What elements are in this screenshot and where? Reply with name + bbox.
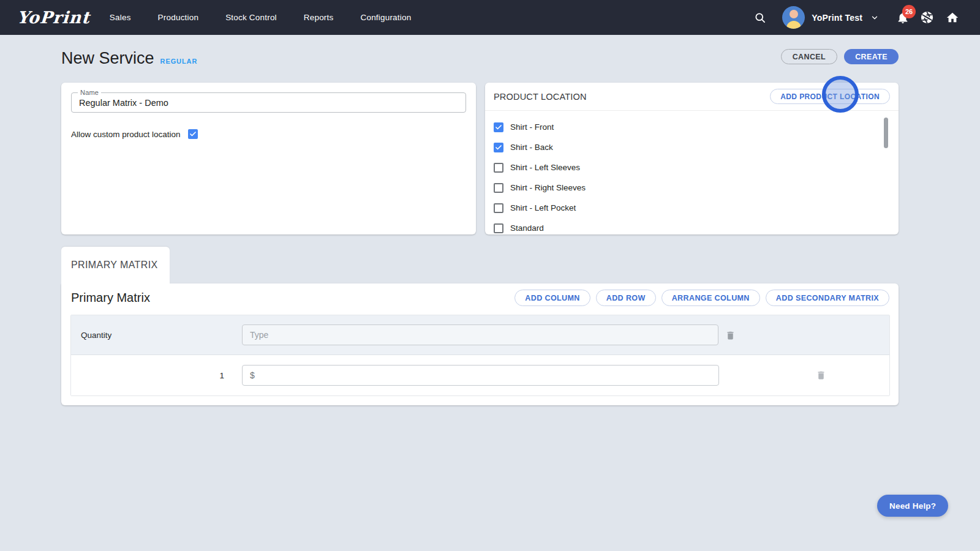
product-location-list: Shirt - FrontShirt - BackShirt - Left Sl… — [485, 111, 899, 234]
check-icon — [495, 124, 502, 131]
nav-item-configuration[interactable]: Configuration — [360, 13, 411, 22]
product-location-item[interactable]: Shirt - Right Sleeves — [494, 178, 899, 198]
matrix-table-row: 1 — [71, 355, 889, 395]
quantity-column-label: Quantity — [81, 315, 111, 355]
create-button[interactable]: CREATE — [844, 49, 899, 64]
product-location-label: Shirt - Front — [510, 122, 554, 132]
delete-column-button[interactable] — [725, 330, 736, 343]
product-location-item[interactable]: Shirt - Back — [494, 137, 899, 157]
add-product-location-button[interactable]: ADD PRODUCT LOCATION — [770, 89, 890, 104]
product-location-item[interactable]: Standard — [494, 218, 899, 234]
notifications-button[interactable]: 26 — [896, 11, 910, 24]
product-location-item[interactable]: Shirt - Left Sleeves — [494, 157, 899, 178]
checkbox-unchecked[interactable] — [494, 223, 503, 233]
name-field-wrapper: Name — [71, 92, 466, 113]
trash-icon — [725, 330, 736, 341]
add-secondary-matrix-button[interactable]: ADD SECONDARY MATRIX — [766, 290, 889, 306]
nav-item-production[interactable]: Production — [158, 13, 199, 22]
row-price-input[interactable] — [242, 365, 719, 386]
product-location-label: Standard — [510, 223, 544, 233]
product-location-item[interactable]: Shirt - Front — [494, 117, 899, 137]
delete-row-button[interactable] — [816, 370, 826, 383]
avatar-head — [790, 10, 798, 18]
checkbox-unchecked[interactable] — [494, 163, 503, 173]
chevron-down-icon[interactable] — [870, 13, 879, 22]
nav-item-sales[interactable]: Sales — [110, 13, 131, 22]
primary-matrix-title: Primary Matrix — [71, 291, 150, 305]
add-column-button[interactable]: ADD COLUMN — [514, 290, 590, 306]
product-location-label: Shirt - Left Sleeves — [510, 163, 580, 172]
product-location-header: PRODUCT LOCATION ADD PRODUCT LOCATION — [485, 83, 899, 111]
aperture-icon[interactable] — [920, 10, 934, 24]
avatar-torso — [786, 21, 801, 29]
allow-custom-location-label: Allow custom product location — [71, 130, 181, 139]
need-help-button[interactable]: Need Help? — [877, 495, 948, 517]
page-title: New Service — [61, 49, 154, 68]
scrollbar-thumb[interactable] — [884, 118, 888, 148]
product-location-item[interactable]: Shirt - Left Pocket — [494, 198, 899, 218]
home-icon[interactable] — [946, 11, 959, 24]
header-actions: CANCEL CREATE — [781, 49, 899, 64]
trash-icon — [816, 370, 826, 381]
product-location-title: PRODUCT LOCATION — [494, 92, 587, 102]
name-input[interactable] — [72, 93, 466, 112]
product-location-label: Shirt - Left Pocket — [510, 203, 576, 212]
service-type-badge: REGULAR — [160, 58, 198, 65]
matrix-buttons: ADD COLUMN ADD ROW ARRANGE COLUMN ADD SE… — [514, 290, 889, 306]
primary-matrix-card: Primary Matrix ADD COLUMN ADD ROW ARRANG… — [61, 283, 899, 405]
yoprint-logo[interactable]: YoPrint — [17, 8, 91, 27]
checkbox-unchecked[interactable] — [494, 183, 503, 193]
page: YoPrint Sales Production Stock Control R… — [0, 0, 980, 551]
allow-custom-location-row: Allow custom product location — [71, 129, 466, 139]
allow-custom-location-checkbox[interactable] — [188, 129, 198, 139]
product-location-card: PRODUCT LOCATION ADD PRODUCT LOCATION Sh… — [485, 83, 899, 234]
top-nav: YoPrint Sales Production Stock Control R… — [0, 0, 980, 35]
service-name-card: Name Allow custom product location — [61, 83, 476, 234]
check-icon — [189, 130, 197, 138]
nav-right-group: YoPrint Test 26 — [754, 0, 959, 35]
checkbox-checked[interactable] — [494, 143, 503, 152]
check-icon — [495, 144, 502, 151]
notification-badge: 26 — [902, 5, 916, 18]
add-row-button[interactable]: ADD ROW — [596, 290, 656, 306]
search-icon[interactable] — [754, 12, 766, 24]
arrange-column-button[interactable]: ARRANGE COLUMN — [662, 290, 760, 306]
column-type-input[interactable] — [242, 324, 718, 345]
product-location-label: Shirt - Right Sleeves — [510, 183, 586, 192]
nav-item-reports[interactable]: Reports — [304, 13, 334, 22]
matrix-table: Quantity 1 — [70, 315, 890, 396]
cancel-button[interactable]: CANCEL — [781, 49, 837, 64]
product-location-label: Shirt - Back — [510, 143, 553, 152]
user-name[interactable]: YoPrint Test — [812, 13, 862, 23]
nav-menu: Sales Production Stock Control Reports C… — [110, 13, 439, 22]
checkbox-unchecked[interactable] — [494, 203, 503, 213]
row-quantity-value: 1 — [194, 355, 224, 395]
primary-matrix-header: Primary Matrix ADD COLUMN ADD ROW ARRANG… — [71, 290, 889, 306]
matrix-table-header: Quantity — [71, 315, 889, 355]
nav-item-stock-control[interactable]: Stock Control — [225, 13, 277, 22]
name-field-label: Name — [78, 89, 101, 96]
avatar[interactable] — [782, 6, 805, 29]
checkbox-checked[interactable] — [494, 122, 503, 132]
tab-primary-matrix[interactable]: PRIMARY MATRIX — [61, 247, 170, 283]
